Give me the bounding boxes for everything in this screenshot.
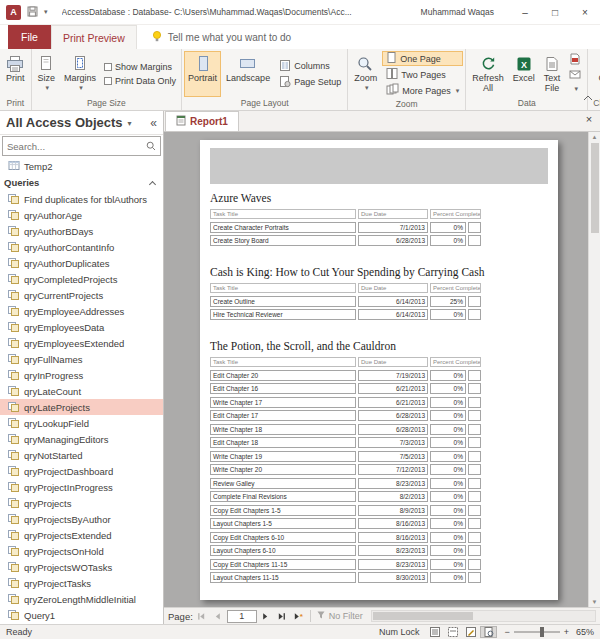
sidebar-item-qryprojecttasks[interactable]: qryProjectTasks <box>0 575 163 591</box>
zoom-in-icon[interactable]: + <box>564 627 569 637</box>
collapse-ribbon-icon[interactable] <box>582 88 594 106</box>
new-record-button[interactable]: * <box>291 610 305 623</box>
sidebar-item-qryauthorduplicates[interactable]: qryAuthorDuplicates <box>0 255 163 271</box>
zoom-thumb[interactable] <box>540 627 544 637</box>
sidebar-item-qryprojectdashboard[interactable]: qryProjectDashboard <box>0 463 163 479</box>
filter-indicator[interactable]: No Filter <box>316 610 363 622</box>
sidebar-item-qryemployeesextended[interactable]: qryEmployeesExtended <box>0 335 163 351</box>
empty-cell <box>468 478 481 489</box>
sidebar-item-qrylookupfield[interactable]: qryLookupField <box>0 415 163 431</box>
print-preview-canvas[interactable]: Azure WavesTask TitleDue DatePercent Com… <box>164 132 600 607</box>
sidebar-item-qryinprogress[interactable]: qryInProgress <box>0 367 163 383</box>
search-icon[interactable] <box>146 137 156 155</box>
scrollbar-thumb[interactable] <box>373 612 473 620</box>
percent-complete-cell: 0% <box>430 437 466 448</box>
sidebar-item-qrycurrentprojects[interactable]: qryCurrentProjects <box>0 287 163 303</box>
sidebar-item-qrylateprojects[interactable]: qryLateProjects <box>0 399 163 415</box>
sidebar-item-qryauthorcontantinfo[interactable]: qryAuthorContantInfo <box>0 239 163 255</box>
print-data-only-checkbox[interactable]: Print Data Only <box>104 76 176 86</box>
columns-button[interactable]: Columns <box>275 59 345 74</box>
scroll-up-icon[interactable]: ▲ <box>592 133 598 141</box>
zoom-slider[interactable]: − + <box>504 627 569 637</box>
sidebar-item-query1[interactable]: Query1 <box>0 607 163 623</box>
scroll-down-icon[interactable]: ▼ <box>592 598 598 606</box>
more-export-button[interactable]: ▾ <box>567 83 583 96</box>
print-preview-view-button[interactable] <box>480 626 497 638</box>
sidebar-item-label: qryProjectInProgress <box>24 482 113 493</box>
tab-print-preview[interactable]: Print Preview <box>51 25 137 49</box>
query-icon <box>8 593 20 605</box>
current-page-box[interactable]: 1 <box>227 610 257 623</box>
sidebar-item-qryprojectsextended[interactable]: qryProjectsExtended <box>0 527 163 543</box>
sidebar-item-qrycompletedprojects[interactable]: qryCompletedProjects <box>0 271 163 287</box>
export-text-file-button[interactable]: Text File <box>540 51 565 97</box>
tab-report1[interactable]: Report1 <box>165 111 239 131</box>
zoom-out-icon[interactable]: − <box>504 627 509 637</box>
close-object-icon[interactable]: × <box>582 113 596 125</box>
maximize-button[interactable]: □ <box>540 0 570 24</box>
nav-pane-menu-icon[interactable]: ▾ <box>128 119 132 128</box>
nav-pane-header[interactable]: All Access Objects ▾ « <box>0 111 163 135</box>
tell-me-box[interactable]: Tell me what you want to do <box>151 25 291 49</box>
more-pages-button[interactable]: More Pages ▾ <box>382 83 463 98</box>
margins-button[interactable]: Margins ▾ <box>60 51 100 97</box>
horizontal-scrollbar[interactable] <box>371 610 596 622</box>
print-button[interactable]: Print <box>2 51 29 97</box>
minimize-button[interactable]: – <box>510 0 540 24</box>
empty-cell <box>468 532 481 543</box>
empty-cell <box>468 491 481 502</box>
export-pdf-xps-button[interactable] <box>567 53 583 66</box>
next-page-button[interactable] <box>259 610 273 623</box>
due-date-cell: 6/21/2013 <box>358 383 428 394</box>
sidebar-item-qrynotstarted[interactable]: qryNotStarted <box>0 447 163 463</box>
design-view-button[interactable] <box>462 626 479 638</box>
page-setup-button[interactable]: Page Setup <box>275 75 345 90</box>
scrollbar-thumb[interactable] <box>591 143 599 233</box>
qat-dropdown-icon[interactable]: ▾ <box>44 8 48 16</box>
one-page-button[interactable]: One Page <box>382 51 463 66</box>
sidebar-item-qryprojectsonhold[interactable]: qryProjectsOnHold <box>0 543 163 559</box>
sidebar-item-qryzerolengthmiddleinitial[interactable]: qryZeroLengthMiddleInitial <box>0 591 163 607</box>
zoom-percent[interactable]: 65% <box>576 627 594 637</box>
search-box[interactable]: Search... <box>2 136 161 156</box>
close-button[interactable]: × <box>570 0 600 24</box>
refresh-all-button[interactable]: Refresh All <box>468 51 508 97</box>
sidebar-item-temp2[interactable]: Temp2 <box>0 158 163 174</box>
empty-cell <box>468 559 481 570</box>
sidebar-item-qryauthorage[interactable]: qryAuthorAge <box>0 207 163 223</box>
sidebar-item-qrymanagingeditors[interactable]: qryManagingEditors <box>0 431 163 447</box>
printer-icon <box>6 54 24 74</box>
sidebar-item-qryfullnames[interactable]: qryFullNames <box>0 351 163 367</box>
first-page-button[interactable] <box>195 610 209 623</box>
email-button[interactable] <box>567 68 583 81</box>
zoom-button[interactable]: Zoom ▾ <box>350 51 381 98</box>
two-pages-button[interactable]: Two Pages <box>382 67 463 82</box>
vertical-scrollbar[interactable]: ▲ ▼ <box>588 132 600 607</box>
sidebar-item-qryprojects[interactable]: qryProjects <box>0 495 163 511</box>
percent-complete-cell: 0% <box>430 505 466 516</box>
shutter-bar-icon[interactable]: « <box>150 116 157 130</box>
tab-file[interactable]: File <box>8 25 51 49</box>
zoom-track[interactable] <box>514 631 560 633</box>
sidebar-item-qrylatecount[interactable]: qryLateCount <box>0 383 163 399</box>
portrait-button[interactable]: Portrait <box>184 51 221 97</box>
report-view-button[interactable] <box>426 626 443 638</box>
sidebar-item-qryemployeesdata[interactable]: qryEmployeesData <box>0 319 163 335</box>
size-button[interactable]: Size ▾ <box>34 51 60 97</box>
account-name[interactable]: Muhammad Waqas <box>421 7 494 17</box>
layout-view-button[interactable] <box>444 626 461 638</box>
sidebar-item-qryprojectswotasks[interactable]: qryProjectsWOTasks <box>0 559 163 575</box>
previous-page-button[interactable] <box>211 610 225 623</box>
sidebar-item-find-duplicates-for-tblauthors[interactable]: Find duplicates for tblAuthors <box>0 191 163 207</box>
sidebar-item-qryprojectinprogress[interactable]: qryProjectInProgress <box>0 479 163 495</box>
nav-group-queries[interactable]: Queries <box>0 174 163 191</box>
sidebar-item-qryemployeeaddresses[interactable]: qryEmployeeAddresses <box>0 303 163 319</box>
sidebar-item-qryprojectsbyauthor[interactable]: qryProjectsByAuthor <box>0 511 163 527</box>
show-margins-checkbox[interactable]: Show Margins <box>104 62 176 72</box>
save-icon[interactable] <box>27 3 38 21</box>
due-date-cell: 8/23/2013 <box>358 478 428 489</box>
last-page-button[interactable] <box>275 610 289 623</box>
export-excel-button[interactable]: X Excel <box>509 51 539 97</box>
landscape-button[interactable]: Landscape <box>222 51 274 97</box>
sidebar-item-qryauthorbdays[interactable]: qryAuthorBDays <box>0 223 163 239</box>
